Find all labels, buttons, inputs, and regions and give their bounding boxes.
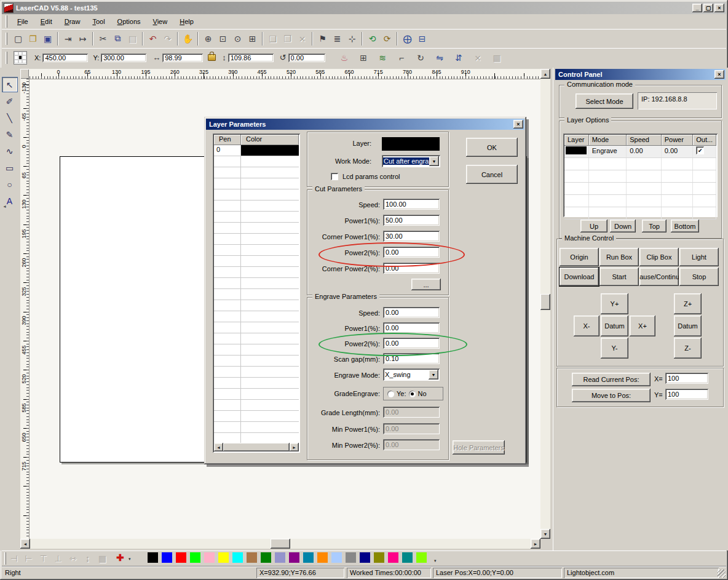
output-checkbox[interactable]: ✔ — [696, 146, 704, 154]
layer-top-button[interactable]: Top — [642, 220, 667, 232]
pan-icon[interactable]: ✋ — [181, 31, 195, 46]
palette-swatch-0[interactable] — [148, 552, 158, 563]
origin-button[interactable]: Origin — [560, 248, 599, 266]
resize-grip[interactable] — [718, 570, 726, 578]
save-icon[interactable]: ▣ — [41, 31, 55, 46]
device-icon[interactable]: ⨁ — [400, 31, 414, 46]
palette-swatch-13[interactable] — [331, 552, 342, 563]
palette-swatch-10[interactable] — [289, 552, 299, 563]
menu-item-draw[interactable]: Draw — [58, 16, 87, 27]
scroll-left-icon[interactable]: ◄ — [20, 539, 30, 549]
palette-swatch-12[interactable] — [317, 552, 328, 563]
horizontal-scroll-thumb[interactable] — [271, 539, 290, 549]
start-button[interactable]: Start — [599, 268, 639, 286]
curve-tool[interactable]: ∿ — [2, 144, 17, 158]
undo-icon[interactable]: ↶ — [146, 31, 160, 46]
rotation-input[interactable] — [288, 54, 325, 62]
new-icon[interactable]: ▢ — [11, 31, 25, 46]
mirror-vertical-icon[interactable]: ⇵ — [452, 50, 466, 65]
menu-item-edit[interactable]: Edit — [34, 16, 58, 27]
scroll-left-icon[interactable]: ◄ — [214, 443, 223, 451]
cut-power1-input[interactable] — [383, 215, 440, 226]
chevron-down-icon[interactable]: ▼ — [429, 370, 438, 379]
menu-item-options[interactable]: Options — [111, 16, 147, 27]
engrave-power1-input[interactable] — [383, 322, 440, 333]
vertical-scroll-thumb[interactable] — [540, 294, 550, 310]
layer-down-button[interactable]: Down — [610, 220, 636, 232]
engrave-power2-input[interactable] — [383, 338, 440, 349]
menu-item-tool[interactable]: Tool — [86, 16, 111, 27]
palette-swatch-18[interactable] — [402, 552, 413, 563]
jog-y-plus-button[interactable]: Y+ — [601, 293, 628, 314]
open-icon[interactable]: ❐ — [26, 31, 40, 46]
palette-swatch-3[interactable] — [190, 552, 200, 563]
dialog-close-icon[interactable]: × — [513, 120, 523, 129]
control-panel-title-bar[interactable]: Control Panel × — [555, 69, 726, 80]
pen-column-header[interactable]: Pen — [214, 135, 241, 145]
horizontal-scrollbar[interactable]: ◄ ► — [20, 539, 540, 549]
engrave-speed-input[interactable] — [383, 307, 440, 318]
scroll-down-icon[interactable]: ▼ — [540, 529, 550, 539]
menu-item-help[interactable]: Help — [173, 16, 200, 27]
node-edit-tool[interactable]: ✐ — [2, 94, 17, 108]
layer-color-swatch[interactable] — [382, 137, 440, 151]
jog-z-plus-button[interactable]: Z+ — [674, 293, 702, 314]
layer-table-header[interactable]: Mode — [589, 135, 627, 146]
download-button[interactable]: Download — [560, 268, 599, 286]
layer-row[interactable]: Engrave0.000.00✔ — [564, 146, 716, 158]
laser-origin-caret-icon[interactable]: ▾ — [129, 557, 131, 562]
scroll-up-icon[interactable]: ▲ — [540, 69, 550, 79]
node-select-icon[interactable]: ⊹ — [345, 31, 359, 46]
jog-x-plus-button[interactable]: X+ — [630, 316, 655, 336]
x-position-input[interactable] — [42, 54, 88, 62]
palette-swatch-16[interactable] — [374, 552, 384, 563]
copy-icon[interactable]: ⧉ — [111, 31, 125, 46]
cut-speed-input[interactable] — [383, 199, 440, 210]
palette-swatch-19[interactable] — [416, 552, 427, 563]
chevron-down-icon[interactable]: ▼ — [429, 156, 439, 166]
palette-swatch-4[interactable] — [204, 552, 215, 563]
zoom-in-icon[interactable]: ⊕ — [201, 31, 215, 46]
pen-table-row[interactable]: 0 — [214, 145, 299, 156]
run-box-button[interactable]: Run Box — [599, 248, 639, 266]
mirror-horizontal-icon[interactable]: ⇋ — [433, 50, 447, 65]
scroll-right-icon[interactable]: ► — [290, 443, 299, 451]
ok-button[interactable]: OK — [466, 138, 518, 157]
width-input[interactable] — [162, 54, 203, 62]
pen-table-scrollbar[interactable]: ◄ ► — [214, 443, 299, 451]
cut-corner-power1-input[interactable] — [383, 231, 440, 242]
dialog-title-bar[interactable]: Layer Parameters × — [206, 119, 524, 130]
layer-up-button[interactable]: Up — [580, 220, 607, 232]
grade-no-radio[interactable] — [409, 391, 416, 397]
layer-table-header[interactable]: Speed — [627, 135, 662, 146]
pos-x-input[interactable] — [665, 373, 708, 384]
light-button[interactable]: Light — [679, 248, 719, 266]
object-order-icon[interactable]: ≋ — [376, 50, 390, 65]
pen-tool[interactable]: ✎ — [2, 127, 17, 141]
palette-swatch-14[interactable] — [346, 552, 356, 563]
datum-z-button[interactable]: Datum — [674, 316, 702, 336]
path-optimize-icon[interactable]: ⟳ — [380, 31, 394, 46]
datum-xy-button[interactable]: Datum — [601, 316, 628, 336]
scroll-right-icon[interactable]: ► — [531, 539, 540, 549]
select-mode-button[interactable]: Select Mode — [576, 93, 633, 109]
palette-swatch-9[interactable] — [275, 552, 285, 563]
select-tool[interactable]: ↖ — [2, 77, 17, 92]
pos-y-input[interactable] — [665, 389, 708, 400]
vertical-scrollbar[interactable]: ▲ ▼ — [540, 69, 550, 539]
layer-options-table[interactable]: LayerModeSpeedPowerOut... Engrave0.000.0… — [563, 133, 718, 217]
ellipse-tool[interactable]: ○ — [2, 177, 17, 191]
scan-gap-input[interactable] — [383, 353, 440, 364]
zoom-window-icon[interactable]: ⊡ — [216, 31, 230, 46]
simulate-icon[interactable]: ⟲ — [365, 31, 379, 46]
zoom-page-icon[interactable]: ⊞ — [245, 31, 259, 46]
lock-icon[interactable] — [208, 54, 216, 61]
rotate-selection-icon[interactable]: ↻ — [414, 50, 428, 65]
cut-icon[interactable]: ✂ — [96, 31, 110, 46]
line-tool[interactable]: ╲ — [2, 111, 17, 125]
color-column-header[interactable]: Color — [241, 135, 299, 145]
cut-power2-input[interactable] — [383, 247, 440, 258]
grade-yes-radio[interactable] — [387, 391, 394, 397]
palette-swatch-11[interactable] — [303, 552, 314, 563]
palette-caret-icon[interactable]: ▾ — [434, 558, 437, 563]
